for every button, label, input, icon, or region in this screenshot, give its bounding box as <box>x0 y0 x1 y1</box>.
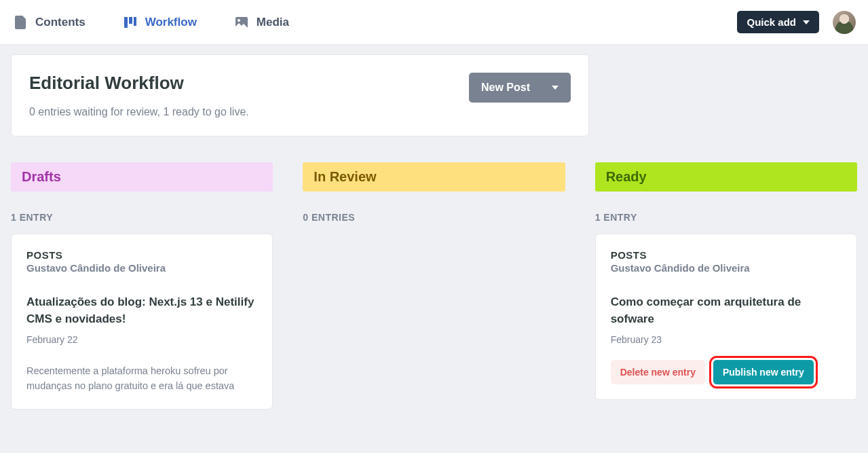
publish-entry-button[interactable]: Publish new entry <box>713 360 814 384</box>
new-post-button[interactable]: New Post <box>469 73 571 103</box>
media-icon <box>233 14 250 31</box>
quick-add-button[interactable]: Quick add <box>737 11 819 33</box>
column-header-drafts: Drafts <box>11 162 273 192</box>
column-in-review: In Review 0 ENTRIES <box>303 162 565 410</box>
svg-rect-0 <box>124 17 128 28</box>
card-date: February 22 <box>26 334 257 345</box>
top-navigation: Contents Workflow Media Quick add <box>0 0 868 45</box>
column-count-drafts: 1 ENTRY <box>11 212 273 223</box>
page-subtitle: 0 entries waiting for review, 1 ready to… <box>29 106 249 118</box>
column-count-review: 0 ENTRIES <box>303 212 565 223</box>
column-drafts: Drafts 1 ENTRY POSTS Gustavo Cândido de … <box>11 162 273 410</box>
new-post-label: New Post <box>481 81 530 94</box>
nav-items: Contents Workflow Media <box>12 14 289 31</box>
svg-rect-1 <box>129 17 132 24</box>
document-icon <box>12 14 29 31</box>
nav-workflow[interactable]: Workflow <box>122 14 197 31</box>
card-date: February 23 <box>611 334 842 345</box>
workflow-columns: Drafts 1 ENTRY POSTS Gustavo Cândido de … <box>11 162 857 410</box>
svg-rect-2 <box>134 17 136 26</box>
nav-workflow-label: Workflow <box>145 16 197 29</box>
card-title: Atualizações do blog: Next.js 13 e Netil… <box>26 294 257 327</box>
main-content: Editorial Workflow 0 entries waiting for… <box>0 45 868 419</box>
card-title: Como começar com arquitetura de sofware <box>611 294 842 327</box>
avatar[interactable] <box>833 11 856 34</box>
svg-point-4 <box>238 19 240 22</box>
column-header-ready: Ready <box>595 162 857 192</box>
column-ready: Ready 1 ENTRY POSTS Gustavo Cândido de O… <box>595 162 857 410</box>
nav-media-label: Media <box>257 16 289 29</box>
card-author: Gustavo Cândido de Oliveira <box>611 262 842 274</box>
nav-media[interactable]: Media <box>233 14 289 31</box>
chevron-down-icon <box>803 20 810 24</box>
card-body: Recentemente a plataforma heroku sofreu … <box>26 364 257 394</box>
entry-card[interactable]: POSTS Gustavo Cândido de Oliveira Como c… <box>595 234 857 400</box>
card-collection: POSTS <box>26 249 257 261</box>
workflow-icon <box>122 14 138 31</box>
delete-entry-button[interactable]: Delete new entry <box>611 360 705 384</box>
card-author: Gustavo Cândido de Oliveira <box>26 262 257 274</box>
quick-add-label: Quick add <box>747 16 796 28</box>
column-header-review: In Review <box>303 162 565 192</box>
card-collection: POSTS <box>611 249 842 261</box>
card-actions: Delete new entry Publish new entry <box>611 360 842 384</box>
nav-contents[interactable]: Contents <box>12 14 86 31</box>
chevron-down-icon <box>552 86 559 90</box>
workflow-header-panel: Editorial Workflow 0 entries waiting for… <box>11 54 589 137</box>
page-title: Editorial Workflow <box>29 73 249 94</box>
nav-contents-label: Contents <box>35 16 86 29</box>
column-count-ready: 1 ENTRY <box>595 212 857 223</box>
entry-card[interactable]: POSTS Gustavo Cândido de Oliveira Atuali… <box>11 234 273 410</box>
